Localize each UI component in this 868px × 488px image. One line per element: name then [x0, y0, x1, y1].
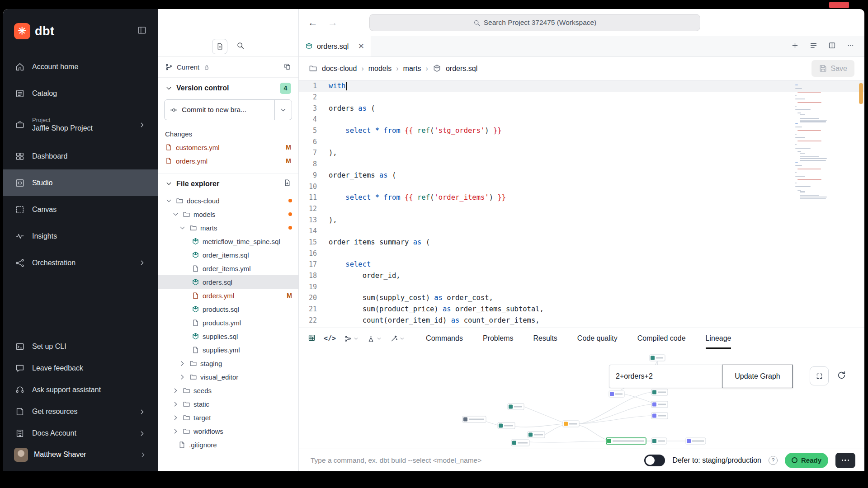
lineage-node[interactable]	[650, 355, 665, 361]
lineage-node-selected[interactable]	[606, 438, 646, 444]
panel-tab-commands[interactable]: Commands	[426, 328, 463, 349]
version-control-header[interactable]: Version control 4	[158, 78, 298, 99]
panel-tab-compiled-code[interactable]: Compiled code	[637, 328, 686, 349]
code-line[interactable]: 6	[299, 136, 864, 147]
code-line[interactable]: 5 select * from {{ ref('stg_orders') }}	[299, 125, 864, 136]
lineage-filter-input[interactable]: 2+orders+2	[609, 365, 722, 388]
code-editor[interactable]: 1with23orders as (45 select * from {{ re…	[299, 80, 864, 328]
changed-file-row[interactable]: customers.yml M	[158, 141, 298, 154]
sidebar-item-dashboard[interactable]: Dashboard	[3, 143, 158, 169]
defer-toggle[interactable]	[644, 455, 665, 466]
code-line[interactable]: 9order_items as (	[299, 170, 864, 181]
tree-file-supplies.yml[interactable]: supplies.yml	[158, 343, 298, 357]
code-line[interactable]: 19	[299, 281, 864, 292]
help-icon[interactable]: ?	[769, 456, 778, 465]
code-line[interactable]: 10	[299, 181, 864, 192]
fullscreen-button[interactable]	[810, 366, 829, 385]
code-line[interactable]: 1with	[299, 80, 864, 92]
tree-file-orders.yml[interactable]: orders.ymlM	[158, 289, 298, 302]
tree-folder-target[interactable]: target	[158, 411, 298, 424]
sidebar-item-get-resources[interactable]: Get resources	[3, 401, 158, 422]
sidebar-item-account-home[interactable]: Account home	[3, 53, 158, 80]
lineage-node[interactable]	[563, 421, 579, 427]
changed-file-row[interactable]: orders.yml M	[158, 154, 298, 168]
back-button[interactable]: ←	[308, 17, 318, 28]
tree-folder-marts[interactable]: marts	[158, 221, 298, 235]
code-line[interactable]: 8	[299, 159, 864, 170]
sidebar-item-setup-cli[interactable]: Set up CLI	[3, 336, 158, 357]
breadcrumb-item[interactable]: docs-cloud	[322, 65, 357, 73]
tree-file-orders.sql[interactable]: orders.sql	[158, 275, 298, 289]
sidebar-item-catalog[interactable]: Catalog	[3, 80, 158, 107]
tree-folder-docs-cloud[interactable]: docs-cloud	[158, 194, 298, 207]
code-line[interactable]: 12	[299, 203, 864, 215]
code-line[interactable]: 11 select * from {{ ref('order_items') }…	[299, 192, 864, 203]
minimap[interactable]	[795, 84, 838, 200]
breadcrumb-item[interactable]: marts	[403, 65, 421, 73]
editor-more-button[interactable]	[847, 42, 854, 51]
tree-folder-static[interactable]: static	[158, 397, 298, 411]
format-button-group[interactable]	[390, 335, 405, 343]
branch-row[interactable]: Current	[158, 57, 298, 78]
code-line[interactable]: 16	[299, 248, 864, 259]
code-line[interactable]: 3orders as (	[299, 103, 864, 114]
copy-branch-button[interactable]	[283, 63, 291, 72]
tree-file-order_items.yml[interactable]: order_items.yml	[158, 262, 298, 275]
panel-tab-results[interactable]: Results	[533, 328, 557, 349]
panel-tab-code-quality[interactable]: Code quality	[577, 328, 618, 349]
sidebar-item-orchestration[interactable]: Orchestration	[3, 249, 158, 276]
sidebar-item-project[interactable]: Project Jaffle Shop Project	[3, 107, 158, 143]
lineage-node[interactable]	[651, 438, 667, 444]
sidebar-item-docs-account[interactable]: Docs Account	[3, 422, 158, 444]
add-file-button[interactable]	[283, 179, 291, 188]
lineage-node[interactable]	[651, 401, 668, 408]
lineage-node[interactable]	[528, 432, 545, 438]
tree-file-products.sql[interactable]: products.sql	[158, 302, 298, 316]
lineage-node[interactable]	[511, 440, 529, 446]
code-line[interactable]: 17 select	[299, 259, 864, 270]
tree-folder-models[interactable]: models	[158, 207, 298, 221]
tab-orders-sql[interactable]: orders.sql ✕	[299, 36, 371, 56]
tree-file-.gitignore[interactable]: .gitignore	[158, 438, 298, 451]
refresh-graph-button[interactable]	[837, 371, 846, 382]
new-tab-button[interactable]	[791, 42, 799, 51]
search-files-button[interactable]	[236, 42, 244, 51]
commit-button[interactable]: Commit to new bra...	[164, 99, 292, 120]
lineage-node[interactable]	[651, 413, 668, 419]
tree-file-products.yml[interactable]: products.yml	[158, 316, 298, 329]
lineage-node[interactable]	[498, 422, 515, 429]
new-file-button[interactable]	[212, 39, 227, 54]
status-more-button[interactable]	[835, 453, 855, 468]
save-button[interactable]: Save	[811, 60, 854, 77]
code-line[interactable]: 14	[299, 225, 864, 237]
code-line[interactable]: 18 order_id,	[299, 270, 864, 282]
close-tab-icon[interactable]: ✕	[358, 42, 364, 51]
test-button-group[interactable]	[367, 335, 382, 343]
sidebar-item-ask-support[interactable]: Ask support assistant	[3, 379, 158, 401]
tree-folder-workflows[interactable]: workflows	[158, 424, 298, 438]
lineage-graph[interactable]	[299, 349, 864, 449]
sidebar-user-row[interactable]: Matthew Shaver	[3, 444, 158, 469]
split-editor-button[interactable]	[828, 42, 836, 51]
code-line[interactable]: 21 sum(product_price) as order_items_sub…	[299, 304, 864, 315]
panel-tab-problems[interactable]: Problems	[483, 328, 514, 349]
sidebar-item-canvas[interactable]: Canvas	[3, 196, 158, 223]
code-line[interactable]: 15order_items_summary as (	[299, 237, 864, 248]
tree-folder-seeds[interactable]: seeds	[158, 384, 298, 397]
code-line[interactable]: 7),	[299, 147, 864, 159]
commit-options-button[interactable]	[274, 100, 292, 120]
update-graph-button[interactable]: Update Graph	[722, 365, 793, 388]
tree-file-metricflow_time_spine.sql[interactable]: metricflow_time_spine.sql	[158, 235, 298, 248]
lineage-node[interactable]	[686, 438, 706, 444]
tree-folder-staging[interactable]: staging	[158, 357, 298, 370]
command-input[interactable]: Type a command, ex. dbt build --select <…	[308, 456, 637, 465]
panel-tab-lineage[interactable]: Lineage	[706, 328, 731, 349]
results-table-button[interactable]	[308, 334, 316, 343]
code-line[interactable]: 13),	[299, 214, 864, 225]
workspace-search[interactable]: Search Project 372475 (Workspace)	[369, 14, 700, 31]
code-line[interactable]: 20 sum(supply_cost) as order_cost,	[299, 292, 864, 304]
editor-scrollbar[interactable]	[859, 83, 863, 104]
tab-list-button[interactable]	[810, 42, 817, 51]
tree-folder-visual_editor[interactable]: visual_editor	[158, 370, 298, 384]
code-line[interactable]: 4	[299, 114, 864, 125]
